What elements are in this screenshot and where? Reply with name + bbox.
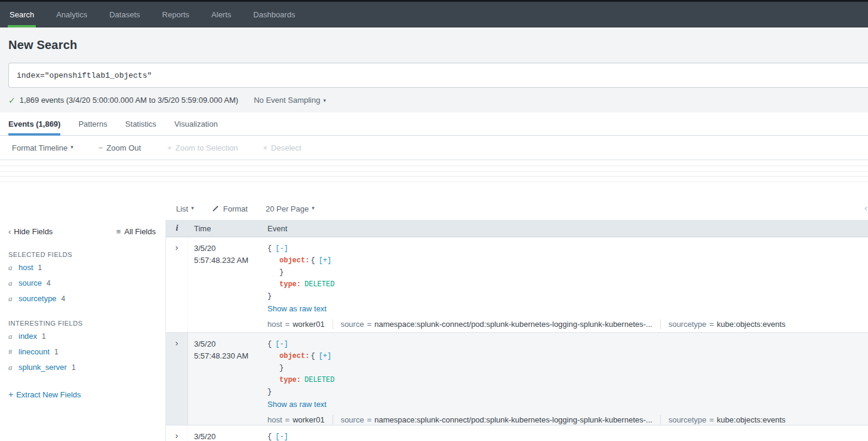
field-value-count: 1 xyxy=(54,346,59,358)
field-name[interactable]: sourcetype xyxy=(19,293,57,305)
field-name[interactable]: host xyxy=(19,262,33,274)
field-label: source xyxy=(341,320,364,329)
timeline-gridline xyxy=(0,182,868,182)
field-value[interactable]: worker01 xyxy=(293,320,324,329)
json-key[interactable]: type: xyxy=(279,376,301,384)
field-name[interactable]: source xyxy=(19,277,42,289)
expand-event-cell[interactable]: › xyxy=(166,425,188,441)
field-type-icon: a xyxy=(8,262,16,274)
tab-patterns[interactable]: Patterns xyxy=(78,112,107,135)
field-pair-sourcetype: sourcetype=kube:objects:events xyxy=(669,319,786,329)
expand-node-button[interactable]: [+] xyxy=(319,256,332,265)
plus-icon: + xyxy=(8,390,13,399)
extract-new-fields-link[interactable]: + Extract New Fields xyxy=(8,390,156,399)
nav-item-datasets[interactable]: Datasets xyxy=(108,2,141,27)
search-bar-section xyxy=(0,63,868,88)
field-item-linecount[interactable]: # linecount 1 xyxy=(8,346,156,358)
caret-down-icon: ▾ xyxy=(312,205,315,211)
event-timeline-chart[interactable] xyxy=(0,160,868,197)
equals-sign: = xyxy=(367,320,372,329)
field-name[interactable]: index xyxy=(19,330,37,342)
json-key[interactable]: object: xyxy=(279,256,309,265)
expand-event-cell[interactable]: › xyxy=(166,333,188,425)
json-brace: { xyxy=(310,256,315,265)
chevron-right-icon[interactable]: › xyxy=(176,430,178,440)
equals-sign: = xyxy=(285,415,290,424)
field-label: host xyxy=(267,320,282,329)
field-type-icon: # xyxy=(8,346,16,358)
tab-statistics[interactable]: Statistics xyxy=(125,112,156,135)
field-item-index[interactable]: a index 1 xyxy=(8,330,156,342)
field-pair-host: host=worker01 xyxy=(267,415,325,425)
field-value[interactable]: worker01 xyxy=(293,415,324,424)
tab-events[interactable]: Events (1,869) xyxy=(8,112,60,135)
x-icon: × xyxy=(263,143,268,152)
json-line: } xyxy=(267,386,858,398)
json-key[interactable]: type: xyxy=(279,280,301,289)
format-button[interactable]: Format xyxy=(212,204,248,213)
zoom-to-selection-button[interactable]: +Zoom to Selection xyxy=(167,143,238,152)
expand-node-button[interactable]: [+] xyxy=(319,352,332,360)
nav-item-reports[interactable]: Reports xyxy=(161,2,191,27)
events-table-header: i Time Event xyxy=(166,220,868,237)
format-timeline-dropdown[interactable]: Format Timeline▾ xyxy=(12,143,73,152)
tab-visualization[interactable]: Visualization xyxy=(174,112,218,135)
timeline-gridline xyxy=(0,166,868,166)
collapse-node-button[interactable]: [-] xyxy=(275,340,288,348)
json-line: } xyxy=(267,362,858,374)
nav-item-alerts[interactable]: Alerts xyxy=(210,2,232,27)
search-query-input[interactable] xyxy=(8,63,868,88)
show-raw-text-link[interactable]: Show as raw text xyxy=(267,303,327,315)
list-view-dropdown[interactable]: List▾ xyxy=(176,204,194,213)
show-raw-text-link[interactable]: Show as raw text xyxy=(267,399,327,411)
field-value-count: 1 xyxy=(72,362,76,373)
field-item-source[interactable]: a source 4 xyxy=(8,277,156,289)
field-type-icon: a xyxy=(8,362,16,373)
event-json: {[-] object:{[+] } type:DELETED } xyxy=(267,243,858,302)
search-complete-check-icon: ✓ xyxy=(8,96,16,105)
hide-fields-button[interactable]: ‹ Hide Fields xyxy=(8,227,53,236)
field-item-sourcetype[interactable]: a sourcetype 4 xyxy=(8,293,156,305)
json-value[interactable]: DELETED xyxy=(304,280,334,289)
selected-fields-header: SELECTED FIELDS xyxy=(8,251,156,258)
event-sampling-dropdown[interactable]: No Event Sampling▾ xyxy=(254,96,326,105)
field-item-host[interactable]: a host 1 xyxy=(8,262,156,274)
all-fields-button[interactable]: ≡ All Fields xyxy=(116,227,156,236)
field-value[interactable]: namespace:splunk-connect/pod:splunk-kube… xyxy=(374,415,652,424)
json-value[interactable]: DELETED xyxy=(304,376,334,384)
field-value[interactable]: kube:objects:events xyxy=(717,320,786,329)
deselect-button[interactable]: ×Deselect xyxy=(263,143,301,152)
field-value[interactable]: kube:objects:events xyxy=(717,415,786,424)
event-cell: {[-] object:{[+] } type:DELETED } Show a… xyxy=(267,237,868,332)
field-type-icon: a xyxy=(8,293,16,305)
field-value[interactable]: namespace:splunk-connect/pod:splunk-kube… xyxy=(374,320,652,329)
nav-item-dashboards[interactable]: Dashboards xyxy=(252,2,296,27)
page-header: New Search xyxy=(0,27,868,63)
collapse-node-button[interactable]: [-] xyxy=(275,433,288,441)
event-sampling-label: No Event Sampling xyxy=(254,96,320,105)
per-page-label: 20 Per Page xyxy=(266,204,309,213)
chevron-right-icon[interactable]: › xyxy=(176,242,178,252)
field-name[interactable]: splunk_server xyxy=(19,362,67,373)
zoom-out-button[interactable]: −Zoom Out xyxy=(99,143,141,152)
nav-item-analytics[interactable]: Analytics xyxy=(55,2,88,27)
event-fields-row: host=worker01 source=namespace:splunk-co… xyxy=(267,319,858,329)
nav-item-search[interactable]: Search xyxy=(8,2,35,27)
field-name[interactable]: linecount xyxy=(19,346,50,358)
field-type-icon: a xyxy=(8,277,16,289)
json-brace: } xyxy=(267,388,272,396)
field-item-splunk-server[interactable]: a splunk_server 1 xyxy=(8,362,156,373)
field-separator xyxy=(660,320,661,329)
pagination-prev-icon[interactable]: ‹ xyxy=(864,203,867,213)
event-row: › 3/5/20 5:57:48.230 AM {[-] object:{[+]… xyxy=(166,333,868,425)
chevron-right-icon[interactable]: › xyxy=(176,338,178,348)
expand-event-cell[interactable]: › xyxy=(166,237,188,332)
per-page-dropdown[interactable]: 20 Per Page▾ xyxy=(266,204,315,213)
collapse-node-button[interactable]: [-] xyxy=(275,244,288,253)
result-summary-bar: ✓ 1,869 events (3/4/20 5:00:00.000 AM to… xyxy=(0,88,868,112)
event-date: 3/5/20 xyxy=(194,338,267,350)
fields-sidebar-header: ‹ Hide Fields ≡ All Fields xyxy=(8,227,156,236)
json-key[interactable]: object: xyxy=(279,352,309,360)
caret-down-icon: ▾ xyxy=(323,97,326,103)
equals-sign: = xyxy=(709,320,714,329)
